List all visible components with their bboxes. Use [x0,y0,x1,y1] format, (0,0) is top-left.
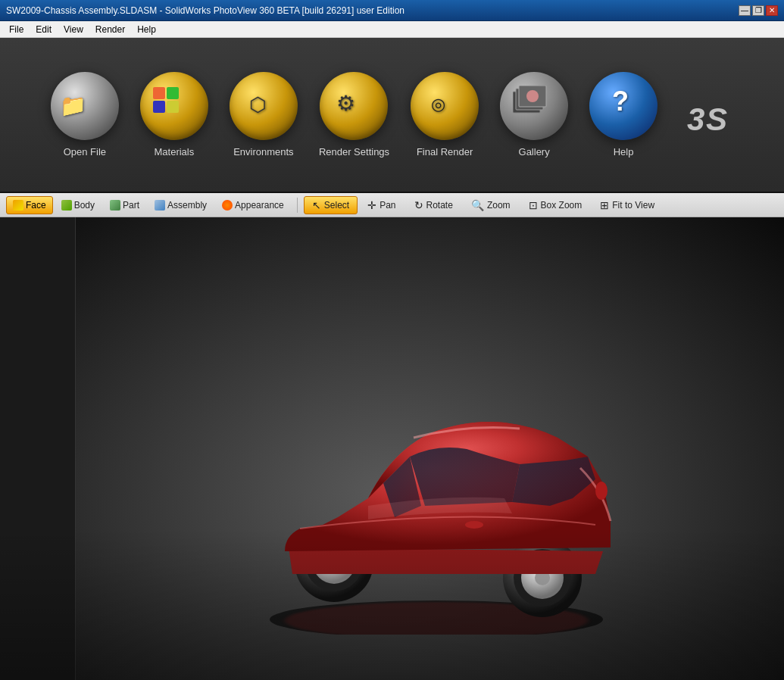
final-render-icon: ◎ [431,95,445,114]
zoom-icon: 🔍 [471,199,484,211]
svg-rect-3 [167,101,179,113]
help-label: Help [614,146,634,158]
toolbar-render-settings[interactable]: ⚙ Render Settings [316,69,392,161]
car-chassis [289,547,603,574]
toolbar-environments[interactable]: ⬡ Environments [226,69,301,161]
pan-button[interactable]: ✛ Pan [359,196,404,214]
environments-label: Environments [233,146,293,158]
zoom-label: Zoom [487,200,511,211]
body-icon [61,200,72,211]
menu-help[interactable]: Help [131,21,162,37]
materials-sphere [140,72,208,140]
rotate-icon: ↻ [414,199,423,211]
ds-logo-svg: 3 S [683,89,736,142]
box-zoom-label: Box Zoom [541,200,583,211]
select-body-button[interactable]: Body [55,196,102,214]
window-title: SW2009-Chassis Assembly.SLDASM - SolidWo… [6,5,404,16]
part-icon [110,200,120,211]
car-door-detail [465,521,483,529]
menu-view[interactable]: View [58,21,89,37]
materials-icon [151,86,197,131]
help-sphere: ? [589,72,657,140]
toolbar-final-render[interactable]: ◎ Final Render [408,69,482,161]
final-render-sphere: ◎ [411,72,479,140]
render-settings-sphere: ⚙ [320,72,388,140]
select-tool-button[interactable]: ↖ Select [304,196,358,214]
toolbar: 📁 Open File Materials ⬡ Environments ⚙ R… [0,38,784,193]
open-file-sphere: 📁 [51,72,119,140]
gallery-icon [513,86,554,127]
ds-logo: 3 S [683,89,736,142]
toolbar-help[interactable]: ? Help [586,69,661,161]
viewport[interactable] [0,217,784,680]
car-model [217,317,656,635]
svg-rect-2 [153,101,165,113]
environments-sphere: ⬡ [230,72,298,140]
svg-point-7 [526,90,539,102]
face-label: Face [26,200,46,211]
help-icon: ? [612,86,629,117]
folder-icon: 📁 [60,93,86,118]
svg-rect-0 [153,87,165,99]
gallery-sphere [500,72,568,140]
menu-bar: File Edit View Render Help [0,21,784,38]
toolbar-open-file[interactable]: 📁 Open File [48,69,122,161]
fit-to-view-label: Fit to View [612,200,654,211]
restore-button[interactable]: ❐ [752,5,764,16]
assembly-label: Assembly [167,200,207,211]
left-panel [0,217,76,680]
open-file-label: Open File [64,146,106,158]
environments-icon: ⬡ [249,93,267,117]
pan-icon: ✛ [367,199,376,211]
select-label: Select [324,200,349,211]
select-face-button[interactable]: Face [6,196,53,214]
appearance-icon [222,200,233,211]
appearance-label: Appearance [235,200,284,211]
toolbar-materials[interactable]: Materials [137,69,211,161]
window-controls: — ❐ ✕ [739,5,778,16]
body-label: Body [74,200,95,211]
select-icon: ↖ [312,199,321,211]
render-settings-icon: ⚙ [336,91,355,116]
rotate-button[interactable]: ↻ Rotate [406,196,461,214]
face-icon [13,200,23,211]
menu-file[interactable]: File [3,21,30,37]
selection-bar: Face Body Part Assembly Appearance ↖ Sel… [0,193,784,217]
svg-text:S: S [706,101,727,137]
pan-label: Pan [380,200,395,211]
select-appearance-button[interactable]: Appearance [215,196,291,214]
svg-text:3: 3 [687,101,704,137]
gallery-label: Gallery [519,146,550,158]
rotate-label: Rotate [426,200,453,211]
materials-label: Materials [155,146,195,158]
close-button[interactable]: ✕ [766,5,778,16]
svg-rect-1 [167,87,179,99]
fit-to-view-icon: ⊞ [600,199,609,211]
menu-edit[interactable]: Edit [30,21,58,37]
assembly-icon [155,200,165,211]
car-front-detail [595,482,608,500]
fit-to-view-button[interactable]: ⊞ Fit to View [592,196,663,214]
title-bar: SW2009-Chassis Assembly.SLDASM - SolidWo… [0,0,784,21]
box-zoom-icon: ⊡ [529,199,538,211]
minimize-button[interactable]: — [739,5,751,16]
toolbar-separator-1 [297,198,298,213]
final-render-label: Final Render [417,146,473,158]
toolbar-gallery[interactable]: Gallery [497,69,571,161]
render-settings-label: Render Settings [319,146,389,158]
select-part-button[interactable]: Part [103,196,146,214]
zoom-button[interactable]: 🔍 Zoom [463,196,519,214]
menu-render[interactable]: Render [89,21,131,37]
box-zoom-button[interactable]: ⊡ Box Zoom [520,196,591,214]
select-assembly-button[interactable]: Assembly [148,196,214,214]
part-label: Part [123,200,139,211]
